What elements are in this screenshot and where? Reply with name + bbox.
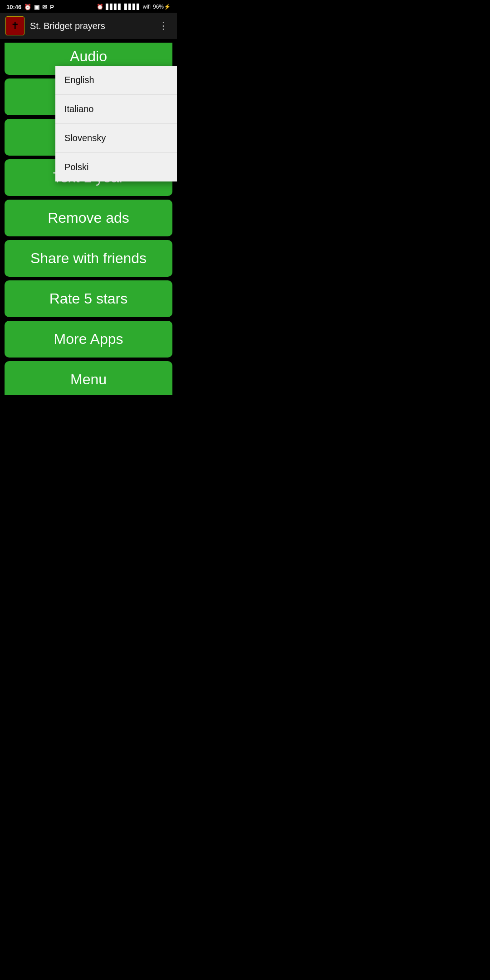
alarm-icon: ⏰ [24, 4, 31, 10]
rate-label: Rate 5 stars [49, 290, 128, 307]
menu-label: Menu [70, 371, 107, 387]
time-display: 10:46 [6, 4, 21, 10]
p-icon: P [50, 4, 54, 10]
menu-button[interactable]: Menu [5, 361, 172, 395]
dropdown-item-italiano[interactable]: Italiano [55, 95, 177, 124]
battery-display: 96%⚡ [153, 4, 171, 10]
wifi-icon: wifi [143, 4, 151, 10]
sim-icon: ▣ [34, 4, 39, 10]
dropdown-item-slovensky[interactable]: Slovensky [55, 124, 177, 153]
app-bar: ✝ St. Bridget prayers ⋮ [0, 13, 177, 39]
status-right: ⏰ ▋▋▋▋ ▋▋▋▋ wifi 96%⚡ [97, 4, 171, 10]
signal-icon-2: ▋▋▋▋ [124, 4, 141, 10]
audio1-label: Audio [70, 48, 107, 64]
share-button[interactable]: Share with friends [5, 240, 172, 277]
status-left: 10:46 ⏰ ▣ ✉ P [6, 4, 54, 10]
rate-button[interactable]: Rate 5 stars [5, 280, 172, 317]
removeads-button[interactable]: Remove ads [5, 200, 172, 236]
mail-icon: ✉ [42, 4, 47, 10]
dropdown-item-polski[interactable]: Polski [55, 153, 177, 181]
share-label: Share with friends [30, 250, 147, 266]
signal-icon-1: ▋▋▋▋ [106, 4, 122, 10]
status-bar: 10:46 ⏰ ▣ ✉ P ⏰ ▋▋▋▋ ▋▋▋▋ wifi 96%⚡ [0, 0, 177, 13]
more-options-icon[interactable]: ⋮ [156, 18, 172, 34]
moreapps-button[interactable]: More Apps [5, 321, 172, 358]
removeads-label: Remove ads [48, 210, 129, 226]
moreapps-label: More Apps [54, 331, 123, 347]
app-icon: ✝ [5, 16, 24, 35]
alarm-icon-right: ⏰ [97, 4, 103, 10]
dropdown-item-english[interactable]: English [55, 66, 177, 95]
app-title: St. Bridget prayers [30, 21, 150, 31]
language-dropdown: English Italiano Slovensky Polski [55, 66, 177, 181]
saint-icon: ✝ [11, 20, 19, 32]
